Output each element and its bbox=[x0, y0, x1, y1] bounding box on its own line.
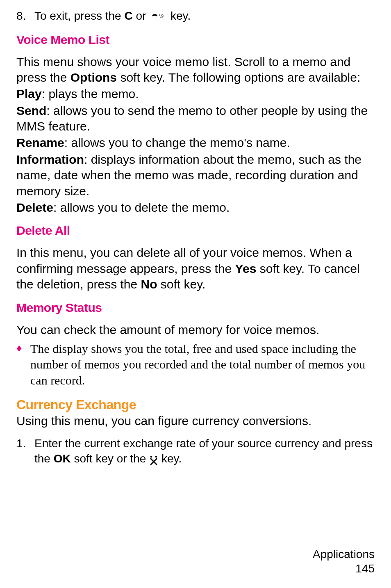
memory-status-bullet: ♦ The display shows you the total, free … bbox=[16, 341, 375, 388]
svg-point-2 bbox=[155, 456, 157, 458]
memory-status-text: You can check the amount of memory for v… bbox=[16, 322, 375, 338]
step-1-number: 1. bbox=[16, 436, 34, 467]
da-no: No bbox=[141, 277, 157, 291]
vml-delete-text: : allows you to delete the memo. bbox=[53, 201, 230, 214]
step-8-number: 8. bbox=[16, 8, 34, 25]
vml-options-label: Options bbox=[70, 71, 117, 84]
footer-page-number: 145 bbox=[313, 561, 375, 576]
step-8-text-before: To exit, press the bbox=[34, 9, 124, 22]
footer-section: Applications bbox=[313, 547, 375, 561]
step-8-text-after: key. bbox=[167, 9, 191, 22]
step-8-body: To exit, press the C or \© key. bbox=[34, 8, 375, 25]
memory-status-bullet-text: The display shows you the total, free an… bbox=[30, 341, 375, 388]
vml-send-label: Send bbox=[16, 104, 46, 117]
vml-intro-b: soft key. The following options are avai… bbox=[117, 71, 360, 84]
vml-play: Play: plays the memo. bbox=[16, 86, 375, 102]
vml-info-label: Information bbox=[16, 153, 84, 166]
delete-all-text: In this menu, you can delete all of your… bbox=[16, 245, 375, 292]
step-8-text-mid: or bbox=[133, 9, 149, 22]
da-text-c: soft key. bbox=[157, 277, 206, 291]
delete-all-block: In this menu, you can delete all of your… bbox=[16, 245, 375, 292]
vml-rename: Rename: allows you to change the memo's … bbox=[16, 135, 375, 151]
vml-send-text: : allows you to send the memo to other p… bbox=[16, 104, 368, 133]
step-1-text-b: soft key or the bbox=[71, 452, 149, 465]
vml-play-text: : plays the memo. bbox=[42, 87, 139, 101]
vml-information: Information: displays information about … bbox=[16, 152, 375, 199]
step-1-text-c: key. bbox=[158, 452, 182, 465]
step-1: 1. Enter the current exchange rate of yo… bbox=[16, 436, 375, 467]
end-call-key-icon: \© bbox=[149, 9, 167, 25]
vml-send: Send: allows you to send the memo to oth… bbox=[16, 103, 375, 135]
heading-memory-status: Memory Status bbox=[16, 301, 375, 315]
vml-rename-label: Rename bbox=[16, 136, 64, 149]
heading-voice-memo-list: Voice Memo List bbox=[16, 33, 375, 47]
step-1-ok: OK bbox=[54, 452, 71, 465]
page-footer: Applications 145 bbox=[313, 547, 375, 576]
vml-delete-label: Delete bbox=[16, 201, 53, 214]
heading-currency-exchange: Currency Exchange bbox=[16, 397, 375, 412]
ok-key-icon bbox=[149, 454, 158, 465]
svg-point-1 bbox=[150, 456, 152, 458]
heading-delete-all: Delete All bbox=[16, 224, 375, 238]
voice-memo-list-intro: This menu shows your voice memo list. Sc… bbox=[16, 54, 375, 86]
vml-delete: Delete: allows you to delete the memo. bbox=[16, 200, 375, 215]
page: 8. To exit, press the C or \© key. Voice… bbox=[0, 0, 391, 588]
diamond-icon: ♦ bbox=[16, 341, 30, 388]
vml-play-label: Play bbox=[16, 87, 42, 101]
currency-intro: Using this menu, you can figure currency… bbox=[16, 413, 375, 429]
da-yes: Yes bbox=[235, 262, 257, 275]
step-1-body: Enter the current exchange rate of your … bbox=[34, 436, 375, 467]
svg-text:\©: \© bbox=[159, 13, 164, 18]
vml-rename-text: : allows you to change the memo's name. bbox=[64, 136, 290, 149]
voice-memo-list-block: This menu shows your voice memo list. Sc… bbox=[16, 54, 375, 216]
step-8: 8. To exit, press the C or \© key. bbox=[16, 8, 375, 25]
step-8-c-key: C bbox=[124, 9, 132, 22]
